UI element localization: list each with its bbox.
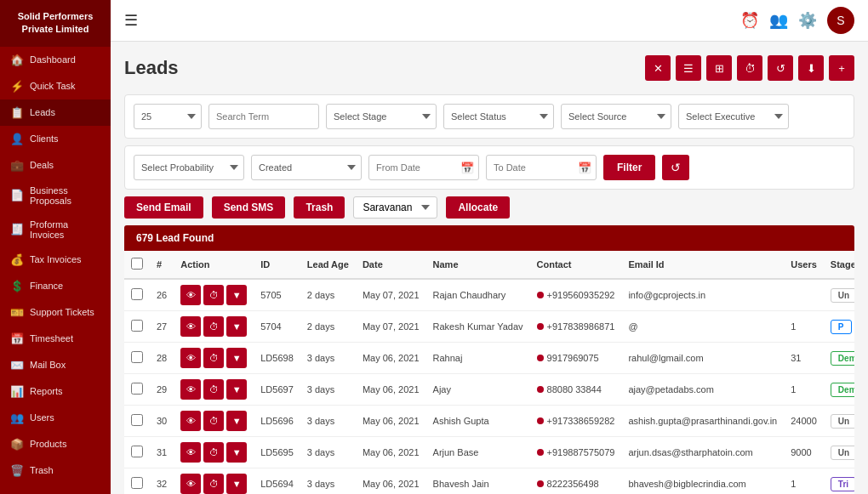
probability-select[interactable]: Select Probability — [134, 155, 244, 180]
sidebar-label-reports: Reports — [30, 386, 63, 396]
more-button[interactable]: ▼ — [226, 442, 247, 463]
row-id: LD5697 — [254, 374, 300, 406]
header-btn-refresh[interactable]: ↺ — [768, 55, 793, 81]
view-button[interactable]: 👁 — [180, 379, 201, 400]
filter-button[interactable]: Filter — [603, 155, 655, 180]
row-checkbox[interactable] — [131, 414, 143, 426]
sidebar-item-products[interactable]: 📦Products — [0, 431, 111, 457]
sidebar-label-trash: Trash — [30, 465, 54, 475]
sidebar-item-deals[interactable]: 💼Deals — [0, 152, 111, 179]
activity-button[interactable]: ⏱ — [203, 316, 224, 337]
sidebar-item-quick-task[interactable]: ⚡Quick Task — [0, 73, 111, 99]
view-button[interactable]: 👁 — [180, 348, 201, 368]
from-date-icon: 📅 — [460, 162, 474, 174]
per-page-select[interactable]: 2550100 — [134, 104, 202, 129]
search-input[interactable] — [208, 104, 319, 129]
source-select[interactable]: Select Source — [561, 104, 671, 129]
sidebar-item-dashboard[interactable]: 🏠Dashboard — [0, 47, 111, 73]
quick-task-icon: ⚡ — [10, 80, 24, 93]
stage-badge: Tri — [831, 477, 854, 491]
more-button[interactable]: ▼ — [226, 285, 247, 305]
sidebar-item-proforma-invoices[interactable]: 🧾Proforma Invoices — [0, 213, 111, 247]
view-button[interactable]: 👁 — [180, 411, 201, 431]
activity-button[interactable]: ⏱ — [203, 411, 224, 431]
activity-button[interactable]: ⏱ — [203, 442, 224, 463]
sort-select[interactable]: Created — [251, 155, 362, 180]
row-email: info@gcprojects.in — [621, 279, 784, 311]
more-button[interactable]: ▼ — [226, 316, 247, 337]
timesheet-icon: 📅 — [10, 332, 24, 345]
row-id: LD5698 — [254, 343, 300, 374]
row-checkbox[interactable] — [131, 351, 143, 363]
sidebar-item-leads[interactable]: 📋Leads — [0, 99, 111, 126]
more-button[interactable]: ▼ — [226, 379, 247, 400]
stage-select[interactable]: Select Stage — [326, 104, 437, 129]
sidebar-item-mail-box[interactable]: ✉️Mail Box — [0, 352, 111, 378]
header-btn-download[interactable]: ⬇ — [798, 55, 824, 81]
header-btn-grid[interactable]: ⊞ — [706, 55, 732, 81]
row-id: LD5695 — [254, 437, 300, 468]
row-checkbox[interactable] — [131, 446, 143, 457]
mail-box-icon: ✉️ — [10, 359, 24, 372]
col-num: # — [150, 251, 174, 279]
user-avatar[interactable]: S — [827, 7, 854, 34]
view-button[interactable]: 👁 — [180, 316, 201, 337]
send-email-button[interactable]: Send Email — [124, 196, 203, 219]
trash-button[interactable]: Trash — [294, 196, 345, 219]
row-checkbox[interactable] — [131, 320, 143, 332]
table-row: 31 👁 ⏱ ▼ LD5695 3 days May 06, 2021 Arju… — [124, 437, 854, 468]
sidebar-label-mail-box: Mail Box — [30, 360, 66, 370]
allocate-button[interactable]: Allocate — [446, 196, 510, 219]
stage-badge: Un — [831, 446, 854, 460]
header-btn-add[interactable]: + — [829, 55, 854, 81]
reset-button[interactable]: ↺ — [662, 155, 689, 180]
sidebar-label-products: Products — [30, 439, 66, 449]
header-btn-x[interactable]: ✕ — [645, 55, 671, 81]
assign-select[interactable]: Saravanan — [353, 196, 437, 219]
view-button[interactable]: 👁 — [180, 442, 201, 463]
sidebar-item-timesheet[interactable]: 📅Timesheet — [0, 326, 111, 352]
sidebar-item-tax-invoices[interactable]: 💰Tax Invoices — [0, 247, 111, 273]
table-body: 26 👁 ⏱ ▼ 5705 2 days May 07, 2021 Rajan … — [124, 279, 854, 494]
logo-line2: Private Limited — [22, 24, 89, 34]
view-button[interactable]: 👁 — [180, 474, 201, 494]
col-name: Name — [426, 251, 530, 279]
more-button[interactable]: ▼ — [226, 474, 247, 494]
tax-invoices-icon: 💰 — [10, 253, 24, 266]
row-actions-cell: 👁 ⏱ ▼ — [174, 437, 254, 468]
sidebar-item-users[interactable]: 👥Users — [0, 405, 111, 431]
more-button[interactable]: ▼ — [226, 348, 247, 368]
activity-button[interactable]: ⏱ — [203, 348, 224, 368]
view-button[interactable]: 👁 — [180, 285, 201, 305]
activity-button[interactable]: ⏱ — [203, 474, 224, 494]
sidebar-item-business-proposals[interactable]: 📄Business Proposals — [0, 179, 111, 213]
select-all-checkbox[interactable] — [131, 258, 143, 270]
clock-icon[interactable]: ⏰ — [740, 11, 759, 30]
support-tickets-icon: 🎫 — [10, 306, 24, 319]
leads-table-wrap: # Action ID Lead Age Date Name Contact E… — [124, 251, 854, 494]
header-btn-list[interactable]: ☰ — [676, 55, 701, 81]
executive-select[interactable]: Select Executive — [678, 104, 789, 129]
activity-button[interactable]: ⏱ — [203, 285, 224, 305]
sidebar-item-finance[interactable]: 💲Finance — [0, 273, 111, 299]
sidebar-item-trash[interactable]: 🗑️Trash — [0, 457, 111, 484]
row-checkbox[interactable] — [131, 288, 143, 300]
send-sms-button[interactable]: Send SMS — [212, 196, 286, 219]
stage-badge: Demo — [831, 383, 854, 397]
row-checkbox[interactable] — [131, 383, 143, 395]
activity-button[interactable]: ⏱ — [203, 379, 224, 400]
row-checkbox[interactable] — [131, 477, 143, 489]
users-icon[interactable]: 👥 — [769, 11, 788, 30]
hamburger-icon[interactable]: ☰ — [124, 11, 138, 30]
page-header: Leads ✕ ☰ ⊞ ⏱ ↺ ⬇ + — [124, 55, 854, 81]
row-date: May 07, 2021 — [356, 279, 426, 311]
header-btn-timer[interactable]: ⏱ — [737, 55, 762, 81]
sidebar-item-clients[interactable]: 👤Clients — [0, 126, 111, 152]
sidebar-item-support-tickets[interactable]: 🎫Support Tickets — [0, 299, 111, 326]
more-button[interactable]: ▼ — [226, 411, 247, 431]
gear-icon[interactable]: ⚙️ — [798, 11, 817, 30]
topbar: ☰ ⏰ 👥 ⚙️ S — [111, 0, 868, 42]
status-select[interactable]: Select Status — [443, 104, 554, 129]
row-email: bhavesh@bigblecrindia.com — [621, 468, 784, 495]
sidebar-item-reports[interactable]: 📊Reports — [0, 378, 111, 405]
